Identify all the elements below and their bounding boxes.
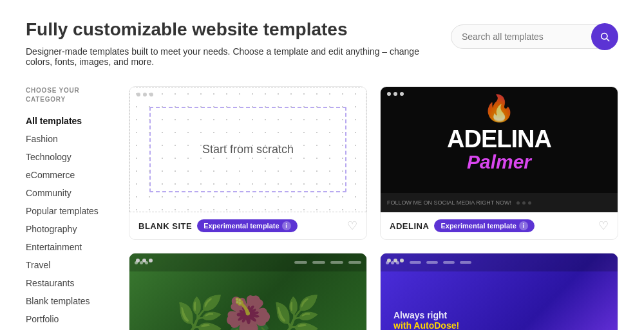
page-subtitle: Designer-made templates built to meet yo…: [26, 46, 425, 67]
autodose-text: Always right with AutoDose!: [393, 310, 459, 330]
marcia-decoration: 🌿🌺🌿: [129, 253, 366, 330]
blank-site-label: Start from scratch: [202, 143, 294, 156]
templates-grid: Start from scratch BLANK SITE Experiment…: [129, 86, 618, 330]
sidebar-item-community[interactable]: Community: [26, 185, 109, 201]
sidebar-link-entertainment[interactable]: Entertainment: [26, 239, 109, 255]
blank-site-heart-button[interactable]: ♡: [347, 219, 357, 233]
marcia-preview: 🌿🌺🌿 Marcia Cocco: [129, 253, 366, 330]
blank-site-footer: BLANK SITE Experimental template i ♡: [129, 212, 366, 239]
sidebar-nav: All templates Fashion Technology eCommer…: [26, 113, 109, 330]
sidebar-link-technology[interactable]: Technology: [26, 149, 109, 165]
autodose-preview: Always right with AutoDose! 🫙 🧺: [381, 253, 618, 330]
sidebar-item-all[interactable]: All templates: [26, 113, 109, 129]
sidebar-item-photography[interactable]: Photography: [26, 221, 109, 237]
adelina-footer: ADELINA Experimental template i ♡: [381, 212, 618, 239]
template-card-marcia[interactable]: 🌿🌺🌿 Marcia Cocco MARCIA COCCO ♡: [129, 253, 367, 330]
sidebar-item-ecommerce[interactable]: eCommerce: [26, 167, 109, 183]
sidebar-link-restaurants[interactable]: Restaurants: [26, 275, 109, 291]
search-button[interactable]: [591, 23, 618, 50]
adelina-heart-icon: ♡: [598, 219, 609, 233]
sidebar-link-fashion[interactable]: Fashion: [26, 131, 109, 147]
sidebar-link-all[interactable]: All templates: [26, 113, 109, 129]
adelina-name: ADELINA: [390, 221, 429, 231]
adelina-main-text: ADELINA Palmer: [447, 127, 551, 173]
sidebar-item-travel[interactable]: Travel: [26, 257, 109, 273]
adelina-info-icon[interactable]: i: [519, 221, 528, 230]
sidebar-item-portfolio[interactable]: Portfolio: [26, 311, 109, 327]
category-label: CHOOSE YOUR CATEGORY: [26, 86, 109, 104]
adelina-preview: 🔥 ADELINA Palmer FOLLOW ME ON SOCIAL MED…: [381, 87, 618, 212]
sidebar-link-blank[interactable]: Blank templates: [26, 293, 109, 309]
blank-site-badge: Experimental template i: [197, 219, 297, 232]
sidebar-item-popular[interactable]: Popular templates: [26, 203, 109, 219]
adelina-badge-label: Experimental template: [440, 222, 516, 230]
adelina-flames: 🔥: [483, 93, 515, 124]
sidebar-link-ecommerce[interactable]: eCommerce: [26, 167, 109, 183]
svg-line-1: [607, 39, 609, 41]
sidebar-item-blank[interactable]: Blank templates: [26, 293, 109, 309]
adelina-heart-button[interactable]: ♡: [598, 219, 609, 233]
search-icon: [600, 32, 610, 42]
sidebar-item-entertainment[interactable]: Entertainment: [26, 239, 109, 255]
blank-site-badge-label: Experimental template: [204, 222, 279, 230]
blank-site-name: BLANK SITE: [138, 221, 192, 231]
template-card-adelina[interactable]: 🔥 ADELINA Palmer FOLLOW ME ON SOCIAL MED…: [380, 86, 618, 240]
sidebar-item-technology[interactable]: Technology: [26, 149, 109, 165]
sidebar-item-restaurants[interactable]: Restaurants: [26, 275, 109, 291]
sidebar: CHOOSE YOUR CATEGORY All templates Fashi…: [26, 86, 109, 330]
page-title: Fully customizable website templates: [26, 19, 425, 40]
adelina-bottom-bar: FOLLOW ME ON SOCIAL MEDIA RIGHT NOW!: [381, 193, 618, 212]
sidebar-link-photography[interactable]: Photography: [26, 221, 109, 237]
sidebar-link-portfolio[interactable]: Portfolio: [26, 311, 109, 327]
template-card-blank-site[interactable]: Start from scratch BLANK SITE Experiment…: [129, 86, 367, 240]
blank-site-preview: Start from scratch: [129, 87, 366, 212]
sidebar-link-popular[interactable]: Popular templates: [26, 203, 109, 219]
template-card-autodose[interactable]: Always right with AutoDose! 🫙 🧺 AUTODOSE…: [380, 253, 618, 330]
sidebar-item-fashion[interactable]: Fashion: [26, 131, 109, 147]
autodose-nav: [381, 253, 618, 271]
info-icon[interactable]: i: [282, 221, 291, 230]
sidebar-link-travel[interactable]: Travel: [26, 257, 109, 273]
sidebar-link-community[interactable]: Community: [26, 185, 109, 201]
adelina-badge: Experimental template i: [434, 219, 534, 232]
heart-icon: ♡: [347, 219, 357, 233]
